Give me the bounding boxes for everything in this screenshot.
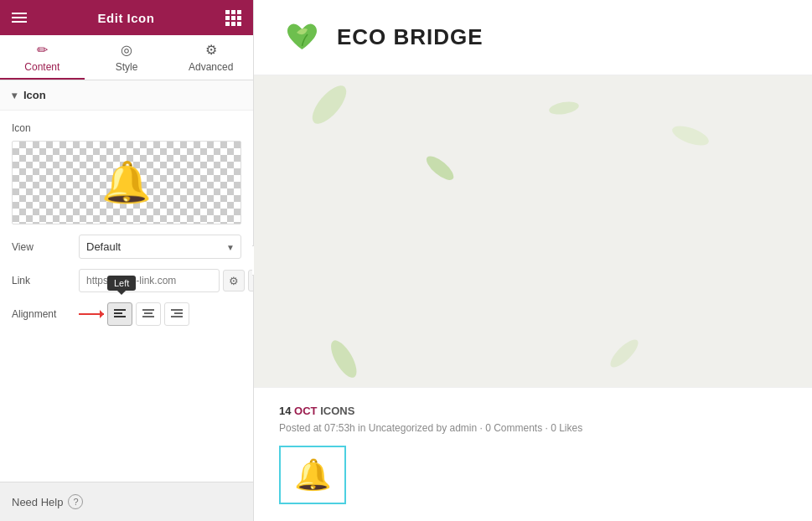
view-select-wrapper: Default Stacked Framed ▼ [79,235,241,259]
content-tab-icon: ✏ [37,42,48,58]
panel-title: Edit Icon [98,11,155,25]
svg-rect-8 [171,316,183,317]
alignment-row: Alignment Left [12,302,241,326]
svg-point-14 [326,337,361,381]
arrow-indicator [79,313,104,315]
panel-header: Edit Icon [0,0,253,35]
menu-icon[interactable] [12,13,27,23]
svg-point-12 [423,152,458,184]
align-right-button[interactable] [164,302,189,326]
link-label: Link [12,275,79,286]
alignment-buttons: Left [107,302,189,326]
leaf-1 [302,81,358,128]
content-section: 14 OCT ICONS Posted at 07:53h in Uncateg… [254,387,812,521]
brand-name: ECO BRIDGE [337,24,484,50]
svg-rect-3 [142,309,154,311]
alignment-label: Alignment [12,308,79,320]
icon-field-label: Icon [12,122,241,134]
brand-logo: ECO BRIDGE [279,14,484,60]
svg-rect-2 [114,316,126,317]
align-left-button[interactable] [107,302,132,326]
svg-rect-6 [171,309,183,311]
left-panel: Edit Icon ✏ Content ◎ Style ⚙ Advanced ▾… [0,0,254,521]
logo-icon [279,14,325,60]
post-title: ICONS [320,405,354,417]
tab-advanced-label: Advanced [189,61,233,73]
panel-content: ▾ Icon Icon 🔔 View Default Stacked Frame… [0,80,253,482]
need-help-section: Need Help ? [0,482,253,521]
tab-bar: ✏ Content ◎ Style ⚙ Advanced [0,35,253,80]
top-bar: ECO BRIDGE [254,0,812,75]
leaf-2 [667,119,713,152]
tab-content-label: Content [24,61,59,73]
post-meta: Posted at 07:53h in Uncategorized by adm… [279,422,787,434]
link-field-wrapper: ⚙ ≡ [79,269,253,292]
help-icon[interactable]: ? [68,494,83,509]
link-settings-button[interactable]: ⚙ [223,270,245,291]
icon-section-header: ▾ Icon [0,80,253,111]
align-center-button[interactable] [136,302,161,326]
tab-content[interactable]: ✏ Content [0,35,85,80]
post-day: 14 [279,405,291,417]
view-label: View [12,241,79,253]
style-tab-icon: ◎ [121,42,132,58]
section-title: Icon [23,89,46,101]
svg-rect-4 [144,312,153,314]
arrow-line [79,313,104,315]
bell-icon: 🔔 [294,457,332,493]
apps-icon[interactable] [225,10,241,26]
svg-rect-5 [142,316,154,317]
leaf-4 [546,98,582,119]
icon-fields: Icon 🔔 View Default Stacked Framed ▼ [0,111,253,344]
alignment-tooltip: Left [107,276,136,291]
icon-preview[interactable]: 🔔 [12,141,241,224]
bell-preview-icon: 🔔 [101,159,152,206]
svg-rect-7 [174,312,183,314]
view-select[interactable]: Default Stacked Framed [79,235,241,259]
leaf-5 [323,334,365,385]
svg-point-13 [548,100,580,116]
leaf-6 [604,333,644,374]
tab-style[interactable]: ◎ Style [85,35,169,80]
right-area: ECO BRIDGE 14 OCT ICONS [254,0,812,521]
need-help-label: Need Help [12,496,63,508]
svg-point-11 [670,122,711,150]
svg-point-15 [607,336,642,371]
tab-style-label: Style [116,61,138,73]
icon-box: 🔔 [279,446,346,504]
view-row: View Default Stacked Framed ▼ [12,235,241,259]
svg-rect-0 [114,309,126,311]
svg-point-10 [307,81,352,128]
tab-advanced[interactable]: ⚙ Advanced [168,35,253,80]
svg-rect-1 [114,312,122,314]
post-date: 14 OCT ICONS [279,405,787,417]
advanced-tab-icon: ⚙ [205,42,217,58]
post-month: OCT [294,405,317,417]
link-input[interactable] [79,269,220,292]
hero-section [254,75,812,387]
leaf-3 [420,149,461,188]
section-toggle-icon[interactable]: ▾ [12,90,17,101]
